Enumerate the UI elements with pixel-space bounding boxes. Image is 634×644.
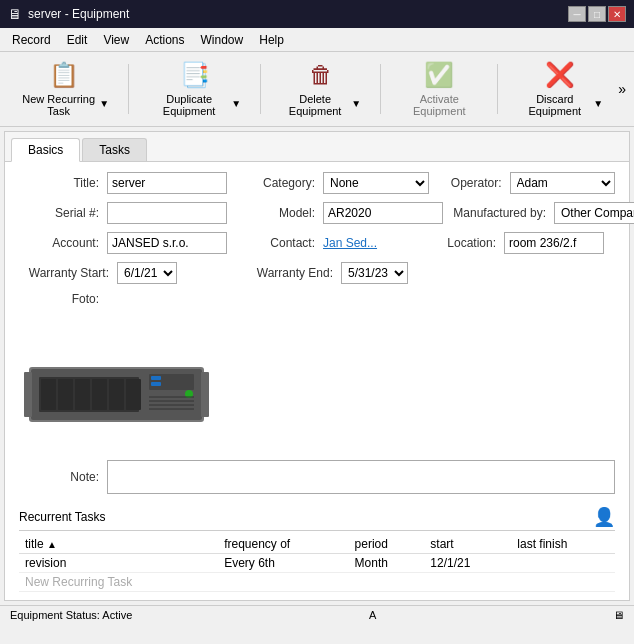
toolbar-sep-2 <box>260 64 261 114</box>
app-icon: 🖥 <box>8 6 22 22</box>
task-frequency-cell: Every 6th <box>218 554 348 573</box>
new-recurring-task-button[interactable]: 📋 New Recurring Task ▼ <box>8 56 120 122</box>
location-label: Location: <box>431 236 496 250</box>
operator-label: Operator: <box>437 176 502 190</box>
task-title-cell: revision <box>19 554 218 573</box>
title-bar-text: server - Equipment <box>28 7 129 21</box>
svg-rect-17 <box>24 372 32 417</box>
menu-view[interactable]: View <box>95 31 137 49</box>
foto-label: Foto: <box>19 292 99 306</box>
tab-tasks[interactable]: Tasks <box>82 138 147 161</box>
maximize-button[interactable]: □ <box>588 6 606 22</box>
new-recurring-task-label: New Recurring Task <box>19 93 98 117</box>
form-row-serial: Serial #: Model: Manufactured by: Other … <box>19 202 615 224</box>
contact-label: Contact: <box>235 236 315 250</box>
status-bar: Equipment Status: Active A 🖥 <box>0 605 634 624</box>
location-input[interactable] <box>504 232 604 254</box>
form-row-warranty: Warranty Start: 6/1/21 Warranty End: 5/3… <box>19 262 615 284</box>
discard-equipment-icon: ❌ <box>545 61 575 89</box>
model-label: Model: <box>235 206 315 220</box>
toolbar-sep-4 <box>497 64 498 114</box>
task-period-cell: Month <box>349 554 425 573</box>
title-input[interactable] <box>107 172 227 194</box>
discard-equipment-button[interactable]: ❌ Discard Equipment ▼ <box>506 56 614 122</box>
recurrent-tasks-header: Recurrent Tasks 👤 <box>19 506 615 531</box>
window-controls: ─ □ ✕ <box>568 6 626 22</box>
person-icon[interactable]: 👤 <box>593 506 615 528</box>
delete-equipment-button[interactable]: 🗑 Delete Equipment ▼ <box>269 56 372 122</box>
note-row: Note: <box>19 460 615 494</box>
menu-record[interactable]: Record <box>4 31 59 49</box>
menu-edit[interactable]: Edit <box>59 31 96 49</box>
duplicate-equipment-icon: 📑 <box>180 61 210 89</box>
operator-select[interactable]: Adam John Jane <box>510 172 616 194</box>
tab-bar: Basics Tasks <box>5 132 629 162</box>
tab-basics[interactable]: Basics <box>11 138 80 162</box>
col-last-finish: last finish <box>511 535 615 554</box>
account-input[interactable] <box>107 232 227 254</box>
form-area: Title: Category: None Server Workstation… <box>5 162 629 324</box>
duplicate-equipment-arrow[interactable]: ▼ <box>231 98 241 109</box>
new-recurring-task-icon: 📋 <box>49 61 79 89</box>
delete-equipment-icon: 🗑 <box>309 61 333 89</box>
category-select[interactable]: None Server Workstation <box>323 172 429 194</box>
discard-equipment-arrow[interactable]: ▼ <box>593 98 603 109</box>
category-label: Category: <box>235 176 315 190</box>
tasks-table-head: title ▲ frequency of period start last f… <box>19 535 615 554</box>
svg-rect-7 <box>109 379 124 410</box>
serial-input[interactable] <box>107 202 227 224</box>
note-textarea[interactable] <box>107 460 615 494</box>
status-center: A <box>369 609 376 621</box>
menu-bar: Record Edit View Actions Window Help <box>0 28 634 52</box>
toolbar: 📋 New Recurring Task ▼ 📑 Duplicate Equip… <box>0 52 634 127</box>
svg-rect-6 <box>92 379 107 410</box>
duplicate-equipment-button[interactable]: 📑 Duplicate Equipment ▼ <box>137 56 252 122</box>
contact-link[interactable]: Jan Sed... <box>323 236 423 250</box>
manufactured-by-select[interactable]: Other Company Dell HP Lenovo <box>554 202 634 224</box>
form-row-title: Title: Category: None Server Workstation… <box>19 172 615 194</box>
sort-title-icon[interactable]: ▲ <box>47 539 57 550</box>
toolbar-more-button[interactable]: » <box>618 81 626 97</box>
task-row-revision[interactable]: revision Every 6th Month 12/1/21 <box>19 554 615 573</box>
col-frequency: frequency of <box>218 535 348 554</box>
form-row-foto: Foto: <box>19 292 615 306</box>
svg-rect-5 <box>75 379 90 410</box>
warranty-start-select[interactable]: 6/1/21 <box>117 262 177 284</box>
svg-rect-18 <box>201 372 209 417</box>
form-row-account: Account: Contact: Jan Sed... Location: <box>19 232 615 254</box>
tasks-table-body: revision Every 6th Month 12/1/21 New Rec… <box>19 554 615 592</box>
minimize-button[interactable]: ─ <box>568 6 586 22</box>
note-label: Note: <box>19 470 99 484</box>
title-label: Title: <box>19 176 99 190</box>
activate-equipment-label: Activate Equipment <box>400 93 478 117</box>
warranty-end-label: Warranty End: <box>233 266 333 280</box>
task-last-finish-cell <box>511 554 615 573</box>
new-task-placeholder: New Recurring Task <box>19 573 218 592</box>
toolbar-sep-3 <box>380 64 381 114</box>
svg-rect-4 <box>58 379 73 410</box>
toolbar-sep-1 <box>128 64 129 114</box>
new-task-row[interactable]: New Recurring Task <box>19 573 615 592</box>
warranty-end-select[interactable]: 5/31/23 <box>341 262 408 284</box>
duplicate-equipment-label: Duplicate Equipment <box>148 93 230 117</box>
status-icon: 🖥 <box>613 609 624 621</box>
menu-window[interactable]: Window <box>193 31 252 49</box>
activate-equipment-button: ✅ Activate Equipment <box>389 56 489 122</box>
new-recurring-task-arrow[interactable]: ▼ <box>99 98 109 109</box>
discard-equipment-label: Discard Equipment <box>517 93 592 117</box>
photo-area <box>19 332 615 452</box>
task-start-cell: 12/1/21 <box>424 554 511 573</box>
activate-equipment-icon: ✅ <box>424 61 454 89</box>
model-input[interactable] <box>323 202 443 224</box>
svg-rect-10 <box>151 376 161 380</box>
close-button[interactable]: ✕ <box>608 6 626 22</box>
recurrent-tasks-title: Recurrent Tasks <box>19 510 105 524</box>
menu-actions[interactable]: Actions <box>137 31 192 49</box>
col-period: period <box>349 535 425 554</box>
col-title: title ▲ <box>19 535 218 554</box>
menu-help[interactable]: Help <box>251 31 292 49</box>
manufactured-by-label: Manufactured by: <box>451 206 546 220</box>
delete-equipment-arrow[interactable]: ▼ <box>351 98 361 109</box>
warranty-start-label: Warranty Start: <box>19 266 109 280</box>
tasks-table: title ▲ frequency of period start last f… <box>19 535 615 592</box>
